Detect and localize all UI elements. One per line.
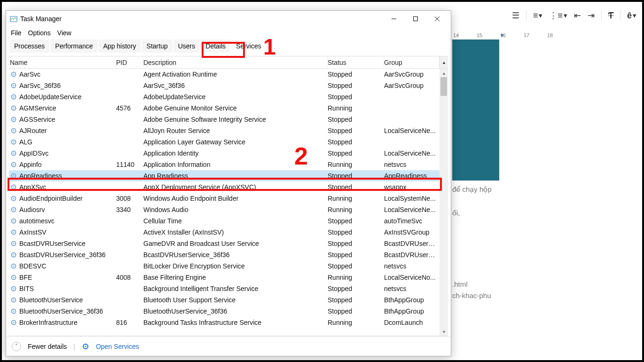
menu-view[interactable]: View [57,29,71,37]
service-name: AppXSvc [19,183,47,191]
titlebar[interactable]: Task Manager [6,11,451,27]
service-group: netsvcs [384,161,440,168]
service-name: AGSService [19,116,55,123]
service-row[interactable]: AxInstSVActiveX Installer (AxInstSV)Stop… [9,227,440,238]
service-row[interactable]: AarSvc_36f36AarSvc_36f36StoppedAarSvcGro… [9,80,440,91]
open-services-link[interactable]: Open Services [96,343,139,350]
service-group: LocalServiceNe... [384,206,440,213]
service-row[interactable]: BluetoothUserServiceBluetooth User Suppo… [9,294,440,306]
service-name: BITS [19,285,34,292]
service-group: LocalServiceNe... [384,127,440,134]
svg-point-26 [13,187,15,188]
service-row[interactable]: Appinfo11140Application InformationRunni… [9,159,440,170]
doc-toolbar: ☰ ≡ ▾ ⋮≡ ▾ ⇤ ⇥ Ƭ ê ▾ [512,10,636,21]
doc-text: ch-khac-phu [452,291,491,299]
service-row[interactable]: AarSvcAgent Activation RuntimeStoppedAar… [9,69,440,80]
menu-options[interactable]: Options [28,29,51,37]
svg-point-30 [13,209,15,211]
doc-image-block [452,39,499,181]
service-row[interactable]: AppIDSvcApplication IdentityStoppedLocal… [9,148,440,159]
service-row[interactable]: AppXSvcAppX Deployment Service (AppXSVC)… [9,181,440,193]
close-button[interactable] [426,12,448,26]
service-row[interactable]: BluetoothUserService_36f36BluetoothUserS… [9,306,440,317]
header-status[interactable]: Status [328,56,384,68]
service-icon [10,217,17,225]
service-row[interactable]: ALGApplication Layer Gateway ServiceStop… [9,136,440,148]
service-row[interactable]: AudioEndpointBuilder3008Windows Audio En… [9,193,440,204]
service-description: AppX Deployment Service (AppXSVC) [143,183,328,191]
svg-rect-2 [414,17,418,21]
tab-users[interactable]: Users [173,39,201,53]
header-group[interactable]: Group [384,56,440,68]
tab-services[interactable]: Services [231,39,267,53]
service-row[interactable]: BITSBackground Intelligent Transfer Serv… [9,283,440,294]
svg-point-8 [13,85,15,87]
service-status: Stopped [328,82,384,89]
svg-point-50 [13,322,15,323]
service-icon [10,228,17,236]
minimize-button[interactable] [383,12,405,26]
header-description[interactable]: Description [143,56,328,68]
service-row[interactable]: AGSServiceAdobe Genuine Software Integri… [9,114,440,125]
service-row[interactable]: BrokerInfrastructure816Background Tasks … [9,317,440,328]
decrease-indent-icon[interactable]: ⇤ [574,10,581,21]
svg-point-40 [13,266,15,267]
service-description: Application Information [143,161,328,168]
fewer-details-button[interactable]: Fewer details [28,343,67,350]
service-pid: 4576 [116,104,143,112]
maximize-button[interactable] [405,12,426,26]
service-row[interactable]: AJRouterAllJoyn Router ServiceStoppedLoc… [9,125,440,136]
scroll-down-icon: ▾ [440,327,448,336]
service-name: BDESVC [19,262,47,270]
service-group: AxInstSVGroup [384,228,440,236]
line-spacing-icon[interactable]: ☰ [512,10,519,21]
svg-point-46 [13,299,15,301]
footer: ˄ Fewer details | Open Services [6,336,451,356]
service-row[interactable]: AdobeUpdateServiceAdobeUpdateServiceStop… [9,91,440,102]
clear-format-icon[interactable]: Ƭ [608,10,613,21]
svg-point-36 [13,243,15,244]
service-icon [10,251,17,259]
tab-processes[interactable]: Processes [9,39,50,53]
service-status: Stopped [328,296,384,304]
service-group: netsvcs [384,285,440,292]
menu-file[interactable]: File [11,29,22,37]
service-row[interactable]: autotimesvcCellular TimeStoppedautoTimeS… [9,215,440,227]
screenshot-root: ☰ ≡ ▾ ⋮≡ ▾ ⇤ ⇥ Ƭ ê ▾ 14 15 16 17 18 ▾ để… [0,0,644,362]
header-scroll-up-icon[interactable]: ▴ [440,56,448,68]
task-manager-window: Task Manager File Options View Processes… [6,10,451,356]
svg-point-32 [13,220,15,222]
header-pid[interactable]: PID [116,56,143,68]
service-icon [10,161,17,168]
tab-app-history[interactable]: App history [98,39,141,53]
vertical-scrollbar[interactable]: ▴ ▾ [440,69,448,336]
tab-details[interactable]: Details [200,39,231,53]
accent-mark-icon[interactable]: ê ▾ [627,11,636,21]
service-description: Windows Audio Endpoint Builder [143,195,328,202]
service-row[interactable]: AppReadinessApp ReadinessStoppedAppReadi… [9,170,440,181]
doc-text: .html [452,280,468,288]
service-row[interactable]: AGMService4576Adobe Genuine Monitor Serv… [9,102,440,114]
service-row[interactable]: BDESVCBitLocker Drive Encryption Service… [9,260,440,272]
service-row[interactable]: BcastDVRUserService_36f36BcastDVRUserSer… [9,249,440,260]
services-icon [82,343,89,350]
bulleted-list-icon[interactable]: ⋮≡ ▾ [549,10,567,21]
service-name: AdobeUpdateService [19,93,81,101]
scrollbar-thumb [440,77,447,96]
service-pid: 816 [116,319,143,326]
collapse-icon[interactable]: ˄ [12,342,21,351]
service-row[interactable]: Audiosrv3340Windows AudioRunningLocalSer… [9,204,440,215]
service-status: Stopped [328,262,384,270]
service-icon [10,195,17,202]
service-name: AxInstSV [19,228,47,236]
service-status: Running [328,206,384,213]
service-status: Stopped [328,251,384,259]
service-status: Stopped [328,285,384,292]
header-name[interactable]: Name [9,56,116,68]
increase-indent-icon[interactable]: ⇥ [588,10,595,21]
service-row[interactable]: BcastDVRUserServiceGameDVR and Broadcast… [9,238,440,249]
tab-startup[interactable]: Startup [141,39,173,53]
tab-performance[interactable]: Performance [50,39,98,53]
numbered-list-icon[interactable]: ≡ ▾ [533,11,543,21]
service-row[interactable]: BFE4008Base Filtering EngineRunningLocal… [9,272,440,283]
